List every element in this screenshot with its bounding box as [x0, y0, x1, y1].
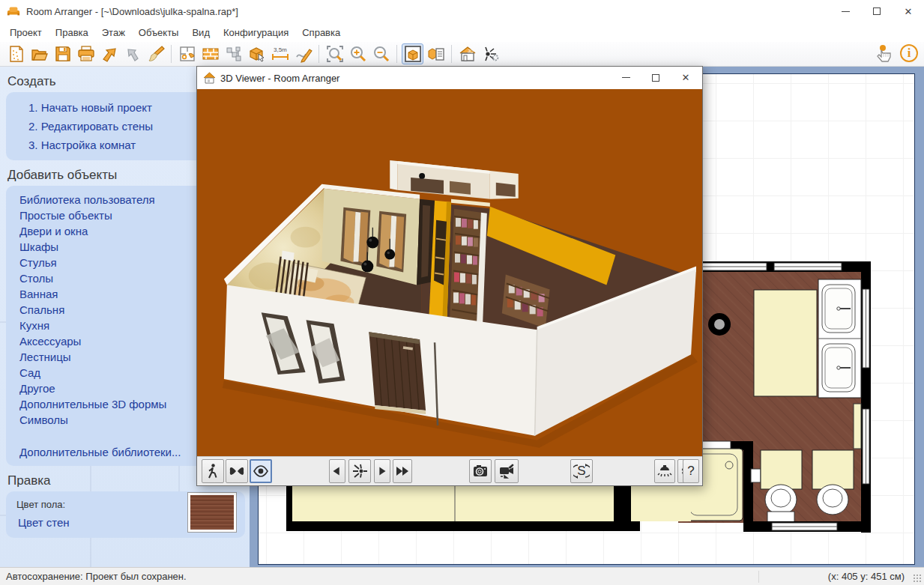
format-painter-button[interactable]: [145, 43, 166, 64]
viewer-maximize-button[interactable]: [641, 67, 671, 88]
house-3d-label-glyph: 3D: [467, 49, 474, 54]
curtained-window: [340, 207, 370, 267]
wardrobe-shelves: [450, 209, 481, 329]
play-button[interactable]: [374, 459, 390, 483]
title-bar: Room Arranger - [~\Downloads\julka-spaln…: [0, 0, 924, 22]
main-toolbar: 3,5m 3D: [0, 42, 924, 67]
walkthrough-button[interactable]: [480, 43, 501, 64]
viewer-close-button[interactable]: ✕: [671, 67, 701, 88]
resize-grip[interactable]: [913, 574, 922, 583]
info-icon[interactable]: i: [900, 44, 918, 62]
plan-toilet: [812, 450, 854, 515]
viewer-3d-window: 3D Viewer - Room Arranger ✕: [196, 66, 703, 486]
view-3d-button[interactable]: [402, 43, 423, 64]
maximize-button[interactable]: [861, 0, 893, 22]
viewer-3d-scene[interactable]: [197, 89, 702, 456]
edit-walls-button[interactable]: [199, 43, 221, 64]
room-arranger-window: Room Arranger - [~\Downloads\julka-spaln…: [0, 0, 924, 585]
measure-button[interactable]: 3,5m: [269, 43, 291, 64]
cursor-coordinates: (x: 405 y: 451 см): [828, 571, 905, 582]
print-button[interactable]: [75, 43, 97, 64]
zoom-fit-button[interactable]: [324, 43, 345, 64]
zoom-out-button[interactable]: [370, 43, 392, 64]
home-3d-button[interactable]: 3D: [456, 43, 478, 64]
draw-wall-button[interactable]: [292, 43, 314, 64]
status-divider: [758, 571, 759, 583]
pointer-hand-icon[interactable]: [873, 43, 893, 63]
menu-bar: Проект Правка Этаж Объекты Вид Конфигура…: [0, 22, 924, 42]
menu-floor[interactable]: Этаж: [95, 24, 132, 41]
rotate-scene-button[interactable]: S: [570, 459, 593, 483]
plan-view-button[interactable]: [176, 43, 198, 64]
app-couch-icon: [7, 6, 20, 16]
plan-sinks: [818, 279, 861, 398]
autosave-status: Автосохранение: Проект был сохранен.: [6, 571, 187, 582]
floor-color-swatch[interactable]: [188, 493, 236, 532]
help-button[interactable]: ?: [683, 459, 699, 483]
fast-forward-button[interactable]: [393, 459, 412, 483]
look-mode-button[interactable]: [250, 459, 272, 483]
viewer-title-bar: 3D Viewer - Room Arranger ✕: [197, 67, 702, 89]
save-button[interactable]: [52, 43, 73, 64]
menu-project[interactable]: Проект: [3, 24, 49, 41]
new-project-button[interactable]: [5, 43, 27, 64]
viewer-house-icon: [203, 72, 216, 84]
viewer-title: 3D Viewer - Room Arranger: [220, 73, 339, 84]
step-back-button[interactable]: [329, 459, 345, 483]
minimize-button[interactable]: [830, 0, 861, 22]
undo-button[interactable]: [98, 43, 120, 64]
menu-objects[interactable]: Объекты: [132, 24, 186, 41]
record-video-button[interactable]: [495, 459, 519, 483]
choose-object-button[interactable]: [246, 43, 268, 64]
measure-label-glyph: 3,5m: [274, 46, 287, 53]
open-button[interactable]: [28, 43, 50, 64]
walk-mode-button[interactable]: [202, 459, 224, 483]
menu-help[interactable]: Справка: [295, 24, 347, 41]
menu-view[interactable]: Вид: [185, 24, 217, 41]
redo-button[interactable]: [121, 43, 143, 64]
window-title: Room Arranger - [~\Downloads\julka-spaln…: [26, 6, 238, 17]
room-3d-render: [197, 89, 702, 456]
fly-mode-button[interactable]: [226, 459, 248, 483]
curtained-window: [376, 211, 406, 273]
edit-panel: Цвет пола: Цвет стен: [6, 491, 245, 538]
menu-configuration[interactable]: Конфигурация: [217, 24, 295, 41]
object-list-button[interactable]: [425, 43, 447, 64]
status-bar: Автосохранение: Проект был сохранен. (x:…: [0, 567, 924, 585]
light-center-button[interactable]: [348, 459, 371, 483]
select-points-button[interactable]: [223, 43, 244, 64]
viewer-toolbar: S ?: [197, 456, 702, 485]
viewer-minimize-button[interactable]: [611, 67, 641, 88]
menu-edit[interactable]: Правка: [49, 24, 95, 41]
snapshot-button[interactable]: [469, 459, 492, 483]
light-settings-button[interactable]: [654, 459, 675, 483]
zoom-in-button[interactable]: [347, 43, 369, 64]
close-button[interactable]: ✕: [893, 0, 924, 22]
